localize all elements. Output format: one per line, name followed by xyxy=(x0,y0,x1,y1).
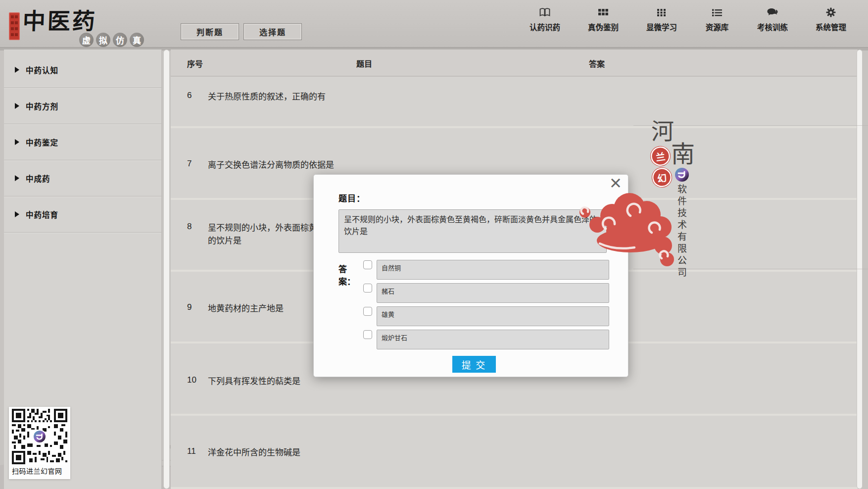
top-bar: 中医药 虚 拟 仿 真 判断题 选择题 认药识药 真伪鉴别 xyxy=(0,0,868,48)
sidebar-item-formulas[interactable]: 中药方剂 xyxy=(4,88,161,124)
table-header: 序号 题目 答案 xyxy=(171,49,858,77)
table-row[interactable]: 6 关于热原性质的叙述，正确的有 xyxy=(171,77,858,128)
sidebar-item-identification[interactable]: 中药鉴定 xyxy=(4,124,161,160)
row-number: 9 xyxy=(171,302,208,342)
question-type-buttons: 判断题 选择题 xyxy=(181,23,302,40)
row-number: 11 xyxy=(171,446,208,487)
option-checkbox[interactable] xyxy=(363,307,372,316)
row-number: 6 xyxy=(171,91,208,126)
answer-option: 赭石 xyxy=(363,283,609,303)
row-number: 8 xyxy=(171,222,208,270)
column-header-question: 题目 xyxy=(356,57,372,69)
nav-label: 真伪鉴别 xyxy=(588,21,619,32)
option-text-box[interactable]: 自然铜 xyxy=(377,260,609,280)
modal-options: 自然铜 赭石 雄黄 煅炉甘石 xyxy=(363,260,609,349)
option-text-box[interactable]: 煅炉甘石 xyxy=(377,330,609,349)
judgment-question-button[interactable]: 判断题 xyxy=(181,23,239,40)
subtitle-char: 真 xyxy=(130,33,144,47)
nav-label: 考核训练 xyxy=(757,21,788,32)
sidebar-item-label: 中成药 xyxy=(26,173,50,184)
expand-arrow-icon xyxy=(15,211,19,217)
option-checkbox[interactable] xyxy=(363,260,372,269)
sidebar-item-cultivation[interactable]: 中药培育 xyxy=(4,196,161,233)
nav-item-system-management[interactable]: 系统管理 xyxy=(802,7,860,32)
grid-small-icon xyxy=(657,7,667,18)
paper-line xyxy=(633,269,868,269)
column-header-no: 序号 xyxy=(187,57,203,69)
sidebar-item-label: 中药认知 xyxy=(26,64,58,75)
answer-option: 雄黄 xyxy=(363,306,609,326)
gear-icon xyxy=(825,7,836,18)
nav-label: 资源库 xyxy=(706,21,729,32)
app-root: 中医药 虚 拟 仿 真 判断题 选择题 认药识药 真伪鉴别 xyxy=(0,0,868,489)
nav-item-resource-library[interactable]: 资源库 xyxy=(691,7,743,32)
app-subtitle: 虚 拟 仿 真 xyxy=(79,33,144,47)
sidebar-scrollbar[interactable] xyxy=(163,49,170,489)
modal-answer-label: 答案： xyxy=(338,260,363,349)
subtitle-char: 仿 xyxy=(113,33,127,47)
nav-item-authenticity[interactable]: 真伪鉴别 xyxy=(574,7,632,32)
answer-option: 自然铜 xyxy=(363,260,609,280)
table-row[interactable]: 11 洋金花中所含的生物碱是 xyxy=(171,416,858,489)
expand-arrow-icon xyxy=(15,175,19,181)
choice-question-button[interactable]: 选择题 xyxy=(243,23,302,40)
option-text-box[interactable]: 雄黄 xyxy=(377,306,609,326)
row-question: 关于热原性质的叙述，正确的有 xyxy=(208,91,471,126)
paper-line xyxy=(633,125,868,126)
sidebar-item-label: 中药方剂 xyxy=(26,100,58,111)
sidebar-item-label: 中药鉴定 xyxy=(26,137,58,147)
red-seal-icon xyxy=(9,12,20,40)
list-icon xyxy=(712,7,723,18)
expand-arrow-icon xyxy=(15,103,19,109)
subtitle-char: 拟 xyxy=(96,33,110,47)
company-logo-icon xyxy=(675,167,689,182)
content-scrollbar[interactable] xyxy=(857,49,863,489)
nav-item-drug-recognition[interactable]: 认药识药 xyxy=(516,7,574,32)
qr-block: 扫码进兰幻官网 xyxy=(9,407,70,479)
option-text-box[interactable]: 赭石 xyxy=(377,283,609,303)
company-name-vertical: 软件技术有限公司 xyxy=(675,184,688,279)
submit-button[interactable]: 提 交 xyxy=(452,356,496,373)
option-checkbox[interactable] xyxy=(363,330,372,339)
sidebar-item-patent-medicine[interactable]: 中成药 xyxy=(4,160,161,196)
app-title: 中医药 xyxy=(22,3,97,36)
expand-arrow-icon xyxy=(15,67,19,73)
option-checkbox[interactable] xyxy=(363,284,372,293)
nav-label: 认药识药 xyxy=(530,21,560,32)
sidebar-item-drug-cognition[interactable]: 中药认知 xyxy=(4,52,161,88)
close-icon[interactable]: ✕ xyxy=(609,175,622,192)
question-modal: ✕ 题目： 呈不规则的小块，外表面棕黄色至黄褐色，碎断面淡黄色并具金属色泽的饮片… xyxy=(313,174,628,377)
modal-answer-row: 答案： 自然铜 赭石 雄黄 煅炉甘石 xyxy=(338,260,609,349)
row-number: 7 xyxy=(171,159,208,198)
nav-label: 系统管理 xyxy=(816,21,846,32)
row-number: 10 xyxy=(171,375,208,414)
modal-question-label: 题目： xyxy=(338,192,609,204)
main-nav: 认药识药 真伪鉴别 显微学习 资源库 xyxy=(516,7,860,32)
row-question: 洋金花中所含的生物碱是 xyxy=(208,446,471,487)
book-icon xyxy=(539,7,551,18)
column-header-answer: 答案 xyxy=(589,57,605,69)
row-question: 下列具有挥发性的萜类是 xyxy=(208,375,471,414)
chat-icon xyxy=(767,7,778,18)
nav-item-microscopy[interactable]: 显微学习 xyxy=(632,7,691,32)
qr-caption: 扫码进兰幻官网 xyxy=(12,466,67,476)
nav-item-assessment-training[interactable]: 考核训练 xyxy=(743,7,802,32)
nav-label: 显微学习 xyxy=(646,21,677,32)
qr-center-logo-icon xyxy=(32,429,47,444)
grid-icon xyxy=(598,7,609,18)
modal-question-textarea[interactable]: 呈不规则的小块，外表面棕黄色至黄褐色，碎断面淡黄色并具金属色泽的饮片是 xyxy=(338,209,607,253)
expand-arrow-icon xyxy=(15,139,19,145)
sidebar-item-label: 中药培育 xyxy=(26,209,58,220)
answer-option: 煅炉甘石 xyxy=(363,330,609,349)
subtitle-char: 虚 xyxy=(79,33,94,47)
